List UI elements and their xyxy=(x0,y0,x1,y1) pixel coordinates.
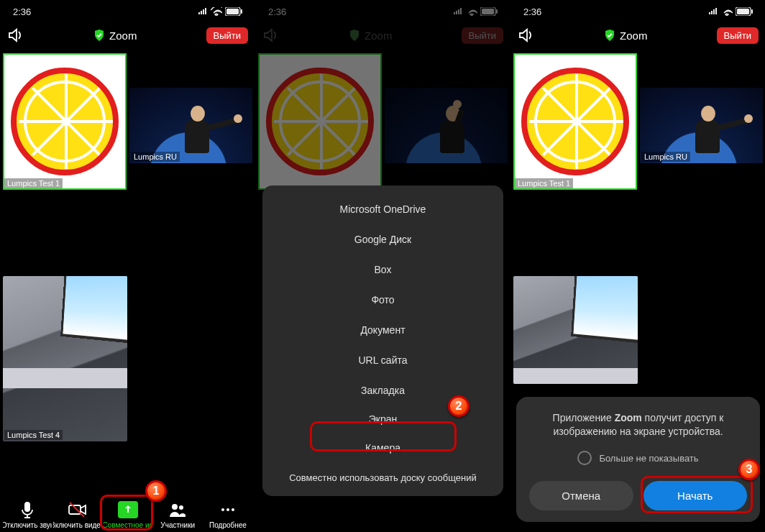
status-time: 2:36 xyxy=(13,6,31,17)
app-label: Zoom xyxy=(109,29,137,42)
toolbar-participants[interactable]: Участники xyxy=(153,501,202,529)
share-sheet: Microsoft OneDrive Google Диск Box Фото … xyxy=(262,185,503,496)
share-icon xyxy=(118,501,138,518)
meeting-top-bar: Zoom Выйти xyxy=(510,20,765,53)
checkbox-icon xyxy=(577,451,592,465)
svg-rect-2 xyxy=(241,9,242,14)
svg-point-6 xyxy=(172,504,178,510)
toolbar-share[interactable]: Совместное ис xyxy=(104,501,152,529)
toolbar-label: Включить видео xyxy=(53,521,102,529)
svg-point-9 xyxy=(226,508,229,511)
share-option-box[interactable]: Box xyxy=(262,254,503,285)
status-time: 2:36 xyxy=(523,6,541,17)
dont-show-again[interactable]: Больше не показывать xyxy=(529,451,747,465)
tile-name: Lumpics Test 1 xyxy=(4,178,63,188)
meeting-top-bar: Zoom Выйти xyxy=(0,20,255,53)
step-marker-3: 3 xyxy=(738,459,760,480)
phone-screenshot-1: 2:36 Zoom Выйти Lumpics Test xyxy=(0,0,255,532)
dont-show-label: Больше не показывать xyxy=(599,453,698,464)
meeting-title[interactable]: Zoom xyxy=(93,29,137,42)
tile-name: Lumpics RU xyxy=(641,152,690,162)
speaker-button[interactable] xyxy=(518,27,535,43)
share-option-whiteboard[interactable]: Совместно использовать доску сообщений xyxy=(262,463,503,486)
toolbar-label: Отключить звук xyxy=(3,521,52,529)
speaker-button[interactable] xyxy=(7,27,24,43)
leave-button[interactable]: Выйти xyxy=(206,27,249,44)
avatar-lemon-icon xyxy=(521,68,629,175)
toolbar-more[interactable]: Подробнее xyxy=(203,501,252,529)
svg-point-8 xyxy=(221,508,224,511)
video-tile-participant-2[interactable]: Lumpics Test 4 xyxy=(3,276,127,441)
tile-name: Lumpics Test 1 xyxy=(515,178,573,188)
toolbar-label: Участники xyxy=(160,521,195,529)
video-grid: Lumpics Test 1 Lumpics RU Lumpics Test 4 xyxy=(0,53,255,441)
video-tile-participant-1[interactable]: Lumpics RU xyxy=(640,88,763,163)
start-button[interactable]: Начать xyxy=(643,481,748,510)
svg-point-7 xyxy=(179,505,183,510)
meeting-toolbar: Отключить звук Включить видео Совместное… xyxy=(0,498,255,529)
share-option-gdrive[interactable]: Google Диск xyxy=(262,224,503,254)
toolbar-mute[interactable]: Отключить звук xyxy=(3,501,52,529)
toolbar-video[interactable]: Включить видео xyxy=(53,501,102,529)
step-marker-1: 1 xyxy=(145,480,167,502)
avatar-lemon-icon xyxy=(11,68,119,175)
tile-name: Lumpics RU xyxy=(131,152,180,162)
share-option-url[interactable]: URL сайта xyxy=(262,345,503,375)
svg-rect-1 xyxy=(226,9,239,14)
phone-screenshot-2: 2:36 Zoom Выйти xyxy=(255,0,510,532)
video-tile-self[interactable]: Lumpics Test 1 xyxy=(3,53,127,190)
status-icons xyxy=(198,7,242,16)
permission-dialog: Приложение Zoom получит доступ к изображ… xyxy=(516,397,760,522)
status-icons xyxy=(708,7,753,16)
phone-screenshot-3: 2:36 Zoom Выйти Lumpics Test xyxy=(510,0,765,532)
app-label: Zoom xyxy=(620,29,647,42)
permission-message: Приложение Zoom получит доступ к изображ… xyxy=(529,411,747,439)
share-option-document[interactable]: Документ xyxy=(262,315,503,345)
tile-name: Lumpics Test 4 xyxy=(4,430,63,440)
step-marker-2: 2 xyxy=(448,395,469,417)
cancel-button[interactable]: Отмена xyxy=(529,481,633,510)
svg-point-10 xyxy=(232,508,234,511)
svg-line-5 xyxy=(70,503,84,517)
svg-rect-16 xyxy=(751,9,753,14)
share-option-onedrive[interactable]: Microsoft OneDrive xyxy=(262,194,503,224)
status-bar: 2:36 xyxy=(510,0,765,20)
toolbar-label: Подробнее xyxy=(209,521,247,529)
svg-rect-3 xyxy=(24,502,30,512)
leave-button[interactable]: Выйти xyxy=(717,27,759,44)
toolbar-label: Совместное ис xyxy=(104,521,152,529)
video-tile-participant-1[interactable]: Lumpics RU xyxy=(129,88,252,163)
video-grid: Lumpics Test 1 Lumpics RU xyxy=(510,53,765,384)
video-tile-self[interactable]: Lumpics Test 1 xyxy=(513,53,637,190)
svg-rect-15 xyxy=(737,9,749,14)
video-tile-participant-2[interactable] xyxy=(513,276,638,384)
status-bar: 2:36 xyxy=(0,0,255,20)
share-option-camera[interactable]: Камера xyxy=(262,433,503,463)
meeting-title[interactable]: Zoom xyxy=(604,29,647,42)
share-option-photo[interactable]: Фото xyxy=(262,285,503,315)
